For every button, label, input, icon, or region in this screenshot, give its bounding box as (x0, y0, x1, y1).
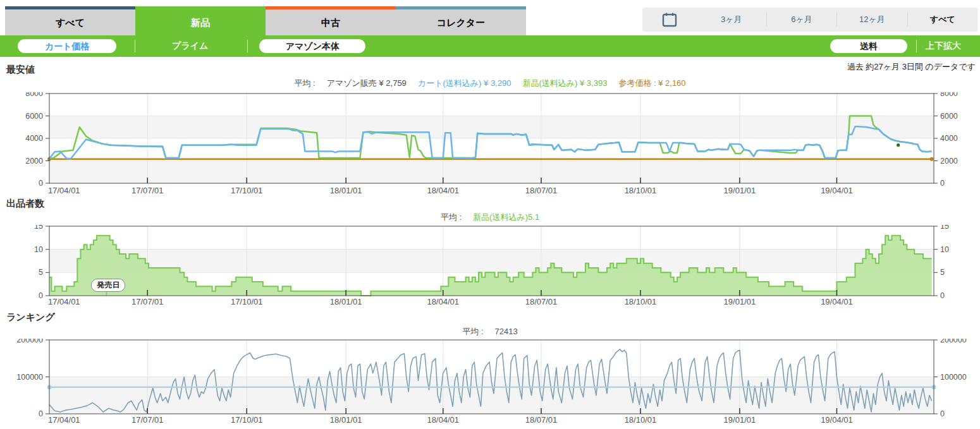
svg-text:17/07/01: 17/07/01 (132, 297, 164, 306)
divider (135, 40, 135, 52)
time-range-selector: 3ヶ月 6ヶ月 12ヶ月 すべて (642, 8, 977, 32)
svg-text:19/01/01: 19/01/01 (724, 297, 756, 306)
svg-text:18/04/01: 18/04/01 (427, 415, 459, 425)
svg-text:19/01/01: 19/01/01 (724, 186, 756, 195)
svg-text:18/10/01: 18/10/01 (625, 186, 657, 195)
tab-all[interactable]: すべて (5, 6, 135, 35)
tab-used[interactable]: 中古 (266, 6, 396, 35)
svg-text:18/07/01: 18/07/01 (525, 186, 558, 195)
svg-text:100000: 100000 (940, 373, 967, 382)
svg-text:17/04/01: 17/04/01 (48, 415, 80, 425)
svg-text:15: 15 (940, 225, 949, 231)
ranking-chart[interactable]: 0010000010000020000020000017/04/0117/07/… (0, 339, 980, 428)
svg-text:19/04/01: 19/04/01 (821, 297, 853, 306)
svg-text:17/04/01: 17/04/01 (48, 186, 80, 195)
svg-text:18/04/01: 18/04/01 (427, 186, 459, 195)
sellers-chart[interactable]: 00551010151517/04/0117/07/0117/10/0118/0… (0, 225, 980, 310)
svg-text:5: 5 (940, 268, 945, 277)
condition-tabs: すべて 新品 中古 コレクター (5, 6, 526, 35)
svg-text:19/04/01: 19/04/01 (821, 186, 853, 195)
svg-text:8000: 8000 (25, 92, 43, 98)
sellers-chart-legend: 平均 :新品(送料込み)5.1 (0, 212, 980, 223)
svg-text:18/01/01: 18/01/01 (330, 415, 362, 425)
svg-text:17/07/01: 17/07/01 (132, 186, 164, 195)
range-all[interactable]: すべて (907, 13, 977, 27)
divider (916, 40, 917, 52)
amazon-body-toggle[interactable]: アマゾン本体 (259, 39, 365, 53)
svg-text:6000: 6000 (940, 112, 958, 121)
svg-text:0: 0 (39, 179, 43, 188)
svg-text:0: 0 (39, 409, 43, 418)
sellers-chart-title: 出品者数 (6, 198, 44, 210)
svg-text:4000: 4000 (940, 134, 958, 143)
svg-text:200000: 200000 (16, 339, 43, 344)
svg-text:5: 5 (39, 268, 43, 277)
svg-text:4000: 4000 (25, 134, 43, 143)
prime-toggle[interactable]: プライム (172, 40, 208, 52)
legend-item: 新品(送料込み) ¥ 3,393 (522, 78, 607, 88)
svg-text:10: 10 (940, 245, 949, 254)
svg-text:0: 0 (940, 291, 945, 300)
price-chart-legend: 平均 :アマゾン販売 ¥ 2,759カート(送料込み) ¥ 3,290新品(送料… (0, 78, 980, 89)
svg-text:18/07/01: 18/07/01 (525, 297, 558, 306)
divider (247, 40, 248, 52)
svg-text:100000: 100000 (16, 373, 43, 382)
svg-text:8000: 8000 (940, 92, 958, 98)
price-chart[interactable]: 002000200040004000600060008000800017/04/… (0, 92, 980, 200)
legend-item: 平均 : (441, 212, 462, 222)
legend-item: 平均 : (294, 78, 315, 88)
svg-text:200000: 200000 (940, 339, 967, 344)
svg-text:17/04/01: 17/04/01 (48, 297, 80, 306)
svg-text:17/10/01: 17/10/01 (231, 186, 263, 195)
svg-text:18/07/01: 18/07/01 (525, 415, 558, 425)
legend-item: 72413 (495, 327, 518, 336)
shipping-toggle[interactable]: 送料 (830, 39, 907, 53)
svg-text:19/04/01: 19/04/01 (821, 415, 853, 425)
svg-text:0: 0 (940, 409, 945, 418)
svg-text:2000: 2000 (940, 157, 958, 166)
svg-text:6000: 6000 (25, 112, 43, 121)
svg-text:10: 10 (34, 245, 43, 254)
svg-text:19/01/01: 19/01/01 (724, 415, 756, 425)
svg-text:18/10/01: 18/10/01 (625, 297, 657, 306)
legend-item: 新品(送料込み)5.1 (473, 212, 539, 222)
legend-item: アマゾン販売 ¥ 2,759 (327, 78, 407, 88)
ranking-chart-title: ランキング (6, 311, 55, 323)
svg-text:2000: 2000 (25, 157, 43, 166)
calendar-icon[interactable] (642, 11, 697, 28)
release-date-annotation: 発売日 (91, 279, 125, 292)
price-chart-title: 最安値 (6, 64, 35, 76)
range-6-months[interactable]: 6ヶ月 (766, 13, 836, 27)
series-toggle-bar: カート価格 プライム アマゾン本体 送料 上下拡大 (0, 35, 980, 57)
svg-text:18/01/01: 18/01/01 (330, 186, 362, 195)
svg-text:17/10/01: 17/10/01 (231, 415, 263, 425)
tab-new[interactable]: 新品 (135, 6, 266, 35)
tab-collector[interactable]: コレクター (396, 6, 526, 35)
svg-text:18/10/01: 18/10/01 (625, 415, 657, 425)
range-12-months[interactable]: 12ヶ月 (836, 13, 907, 27)
svg-text:18/01/01: 18/01/01 (330, 297, 362, 306)
svg-text:18/04/01: 18/04/01 (427, 297, 459, 306)
svg-text:0: 0 (940, 179, 945, 188)
legend-item: 平均 : (462, 327, 483, 336)
ranking-chart-legend: 平均 :72413 (0, 326, 980, 337)
svg-text:15: 15 (34, 225, 43, 231)
expand-toggle[interactable]: 上下拡大 (926, 40, 961, 52)
cart-price-toggle[interactable]: カート価格 (18, 39, 116, 53)
svg-text:17/10/01: 17/10/01 (231, 297, 263, 306)
legend-item: カート(送料込み) ¥ 3,290 (418, 78, 511, 88)
range-3-months[interactable]: 3ヶ月 (697, 13, 766, 27)
legend-item: 参考価格 : ¥ 2,160 (618, 78, 685, 88)
svg-text:0: 0 (39, 291, 43, 300)
data-range-note: 過去 約27ヶ月 3日間 のデータです (847, 61, 976, 73)
svg-text:17/07/01: 17/07/01 (132, 415, 164, 425)
